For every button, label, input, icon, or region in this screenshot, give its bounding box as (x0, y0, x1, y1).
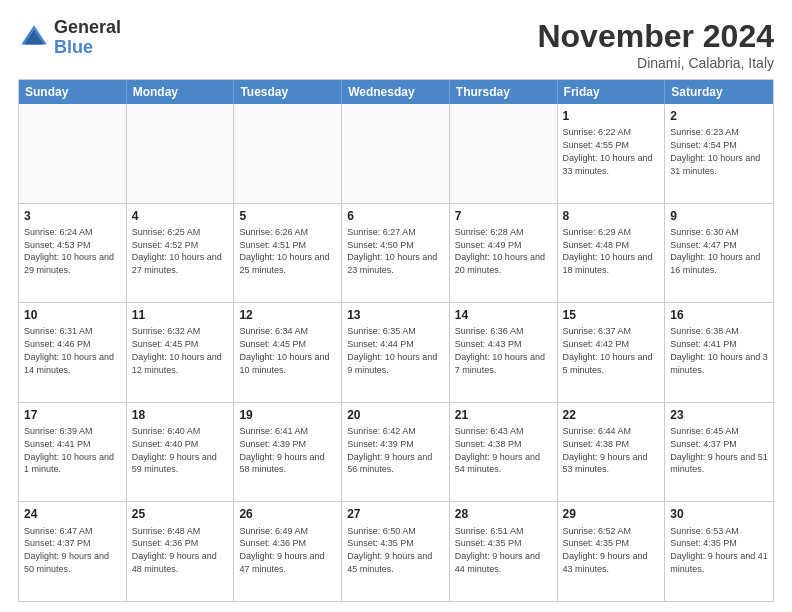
day-cell-9: 9Sunrise: 6:30 AM Sunset: 4:47 PM Daylig… (665, 204, 773, 303)
calendar: SundayMondayTuesdayWednesdayThursdayFrid… (18, 79, 774, 602)
day-cell-21: 21Sunrise: 6:43 AM Sunset: 4:38 PM Dayli… (450, 403, 558, 502)
cell-info: Sunrise: 6:42 AM Sunset: 4:39 PM Dayligh… (347, 426, 432, 474)
day-number: 28 (455, 506, 552, 522)
cell-info: Sunrise: 6:49 AM Sunset: 4:36 PM Dayligh… (239, 526, 324, 574)
calendar-row-2: 3Sunrise: 6:24 AM Sunset: 4:53 PM Daylig… (19, 203, 773, 303)
day-cell-4: 4Sunrise: 6:25 AM Sunset: 4:52 PM Daylig… (127, 204, 235, 303)
empty-cell (342, 104, 450, 203)
calendar-row-4: 17Sunrise: 6:39 AM Sunset: 4:41 PM Dayli… (19, 402, 773, 502)
calendar-row-1: 1Sunrise: 6:22 AM Sunset: 4:55 PM Daylig… (19, 104, 773, 203)
logo-line1: General (54, 18, 121, 38)
day-number: 10 (24, 307, 121, 323)
day-cell-16: 16Sunrise: 6:38 AM Sunset: 4:41 PM Dayli… (665, 303, 773, 402)
cell-info: Sunrise: 6:25 AM Sunset: 4:52 PM Dayligh… (132, 227, 222, 275)
cell-info: Sunrise: 6:32 AM Sunset: 4:45 PM Dayligh… (132, 326, 222, 374)
day-number: 25 (132, 506, 229, 522)
cell-info: Sunrise: 6:40 AM Sunset: 4:40 PM Dayligh… (132, 426, 217, 474)
cell-info: Sunrise: 6:45 AM Sunset: 4:37 PM Dayligh… (670, 426, 768, 474)
cell-info: Sunrise: 6:52 AM Sunset: 4:35 PM Dayligh… (563, 526, 648, 574)
empty-cell (19, 104, 127, 203)
cell-info: Sunrise: 6:43 AM Sunset: 4:38 PM Dayligh… (455, 426, 540, 474)
weekday-header-tuesday: Tuesday (234, 80, 342, 104)
cell-info: Sunrise: 6:27 AM Sunset: 4:50 PM Dayligh… (347, 227, 437, 275)
cell-info: Sunrise: 6:53 AM Sunset: 4:35 PM Dayligh… (670, 526, 768, 574)
day-number: 27 (347, 506, 444, 522)
day-number: 30 (670, 506, 768, 522)
day-number: 23 (670, 407, 768, 423)
day-number: 18 (132, 407, 229, 423)
day-cell-26: 26Sunrise: 6:49 AM Sunset: 4:36 PM Dayli… (234, 502, 342, 601)
day-number: 17 (24, 407, 121, 423)
cell-info: Sunrise: 6:31 AM Sunset: 4:46 PM Dayligh… (24, 326, 114, 374)
day-number: 8 (563, 208, 660, 224)
day-cell-15: 15Sunrise: 6:37 AM Sunset: 4:42 PM Dayli… (558, 303, 666, 402)
day-number: 22 (563, 407, 660, 423)
calendar-row-3: 10Sunrise: 6:31 AM Sunset: 4:46 PM Dayli… (19, 302, 773, 402)
cell-info: Sunrise: 6:22 AM Sunset: 4:55 PM Dayligh… (563, 127, 653, 175)
cell-info: Sunrise: 6:51 AM Sunset: 4:35 PM Dayligh… (455, 526, 540, 574)
weekday-header-wednesday: Wednesday (342, 80, 450, 104)
cell-info: Sunrise: 6:26 AM Sunset: 4:51 PM Dayligh… (239, 227, 329, 275)
day-number: 5 (239, 208, 336, 224)
day-cell-2: 2Sunrise: 6:23 AM Sunset: 4:54 PM Daylig… (665, 104, 773, 203)
cell-info: Sunrise: 6:39 AM Sunset: 4:41 PM Dayligh… (24, 426, 114, 474)
day-number: 21 (455, 407, 552, 423)
day-cell-7: 7Sunrise: 6:28 AM Sunset: 4:49 PM Daylig… (450, 204, 558, 303)
day-number: 24 (24, 506, 121, 522)
empty-cell (127, 104, 235, 203)
page: General Blue November 2024 Dinami, Calab… (0, 0, 792, 612)
day-cell-1: 1Sunrise: 6:22 AM Sunset: 4:55 PM Daylig… (558, 104, 666, 203)
day-cell-6: 6Sunrise: 6:27 AM Sunset: 4:50 PM Daylig… (342, 204, 450, 303)
cell-info: Sunrise: 6:30 AM Sunset: 4:47 PM Dayligh… (670, 227, 760, 275)
weekday-header-saturday: Saturday (665, 80, 773, 104)
weekday-header-monday: Monday (127, 80, 235, 104)
cell-info: Sunrise: 6:50 AM Sunset: 4:35 PM Dayligh… (347, 526, 432, 574)
day-number: 15 (563, 307, 660, 323)
day-cell-30: 30Sunrise: 6:53 AM Sunset: 4:35 PM Dayli… (665, 502, 773, 601)
day-number: 29 (563, 506, 660, 522)
logo-icon (18, 22, 50, 54)
day-number: 6 (347, 208, 444, 224)
cell-info: Sunrise: 6:41 AM Sunset: 4:39 PM Dayligh… (239, 426, 324, 474)
day-cell-5: 5Sunrise: 6:26 AM Sunset: 4:51 PM Daylig… (234, 204, 342, 303)
logo-line2: Blue (54, 38, 121, 58)
title-block: November 2024 Dinami, Calabria, Italy (537, 18, 774, 71)
header: General Blue November 2024 Dinami, Calab… (18, 18, 774, 71)
cell-info: Sunrise: 6:47 AM Sunset: 4:37 PM Dayligh… (24, 526, 109, 574)
day-number: 3 (24, 208, 121, 224)
day-cell-22: 22Sunrise: 6:44 AM Sunset: 4:38 PM Dayli… (558, 403, 666, 502)
cell-info: Sunrise: 6:29 AM Sunset: 4:48 PM Dayligh… (563, 227, 653, 275)
day-cell-18: 18Sunrise: 6:40 AM Sunset: 4:40 PM Dayli… (127, 403, 235, 502)
day-number: 11 (132, 307, 229, 323)
cell-info: Sunrise: 6:44 AM Sunset: 4:38 PM Dayligh… (563, 426, 648, 474)
day-cell-3: 3Sunrise: 6:24 AM Sunset: 4:53 PM Daylig… (19, 204, 127, 303)
cell-info: Sunrise: 6:48 AM Sunset: 4:36 PM Dayligh… (132, 526, 217, 574)
day-number: 12 (239, 307, 336, 323)
day-number: 20 (347, 407, 444, 423)
day-cell-11: 11Sunrise: 6:32 AM Sunset: 4:45 PM Dayli… (127, 303, 235, 402)
day-number: 16 (670, 307, 768, 323)
cell-info: Sunrise: 6:38 AM Sunset: 4:41 PM Dayligh… (670, 326, 768, 374)
cell-info: Sunrise: 6:36 AM Sunset: 4:43 PM Dayligh… (455, 326, 545, 374)
day-cell-20: 20Sunrise: 6:42 AM Sunset: 4:39 PM Dayli… (342, 403, 450, 502)
day-cell-13: 13Sunrise: 6:35 AM Sunset: 4:44 PM Dayli… (342, 303, 450, 402)
day-cell-19: 19Sunrise: 6:41 AM Sunset: 4:39 PM Dayli… (234, 403, 342, 502)
day-number: 19 (239, 407, 336, 423)
day-number: 9 (670, 208, 768, 224)
cell-info: Sunrise: 6:37 AM Sunset: 4:42 PM Dayligh… (563, 326, 653, 374)
day-cell-29: 29Sunrise: 6:52 AM Sunset: 4:35 PM Dayli… (558, 502, 666, 601)
weekday-header-friday: Friday (558, 80, 666, 104)
day-number: 14 (455, 307, 552, 323)
day-cell-25: 25Sunrise: 6:48 AM Sunset: 4:36 PM Dayli… (127, 502, 235, 601)
day-cell-12: 12Sunrise: 6:34 AM Sunset: 4:45 PM Dayli… (234, 303, 342, 402)
calendar-row-5: 24Sunrise: 6:47 AM Sunset: 4:37 PM Dayli… (19, 501, 773, 601)
weekday-header-sunday: Sunday (19, 80, 127, 104)
empty-cell (450, 104, 558, 203)
day-cell-14: 14Sunrise: 6:36 AM Sunset: 4:43 PM Dayli… (450, 303, 558, 402)
calendar-body: 1Sunrise: 6:22 AM Sunset: 4:55 PM Daylig… (19, 104, 773, 601)
day-cell-27: 27Sunrise: 6:50 AM Sunset: 4:35 PM Dayli… (342, 502, 450, 601)
day-number: 7 (455, 208, 552, 224)
calendar-header: SundayMondayTuesdayWednesdayThursdayFrid… (19, 80, 773, 104)
day-cell-17: 17Sunrise: 6:39 AM Sunset: 4:41 PM Dayli… (19, 403, 127, 502)
logo-text: General Blue (54, 18, 121, 58)
